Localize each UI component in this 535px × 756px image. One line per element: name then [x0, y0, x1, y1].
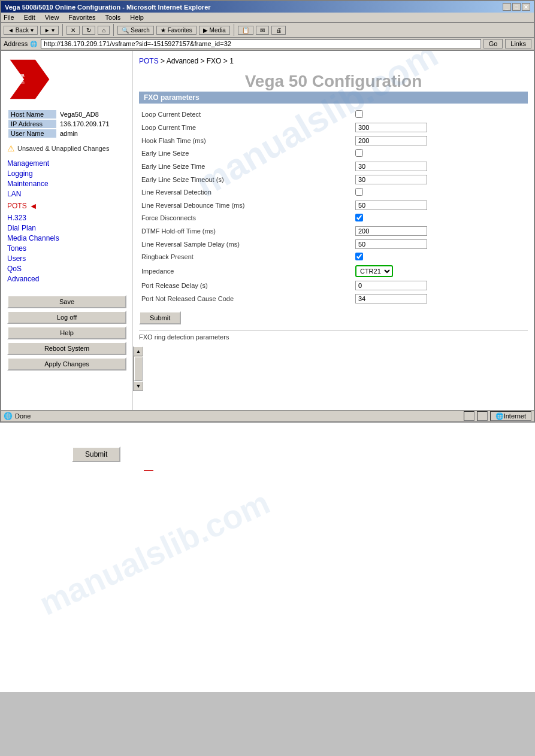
go-button[interactable]: Go [483, 39, 503, 48]
params-table: Loop Current Detect Loop Current Time Ho… [139, 108, 528, 305]
address-icon: 🌐 [30, 41, 37, 47]
nav-advanced[interactable]: Advanced [7, 275, 126, 283]
close-button[interactable]: ✕ [522, 3, 530, 11]
warning-text: Unsaved & Unapplied Changes [17, 145, 110, 152]
param-label-early-line-seize: Early Line Seize [139, 147, 353, 160]
param-label-impedance: Impedance [139, 263, 353, 279]
nav-logging[interactable]: Logging [7, 169, 126, 178]
reboot-button[interactable]: Reboot System [7, 342, 126, 355]
info-table: Host Name Vega50_AD8 IP Address 136.170.… [7, 109, 113, 139]
nav-pots-arrow: ◄ [29, 201, 38, 211]
menu-bar: File Edit View Favorites Tools Help [1, 13, 534, 23]
internet-icon: 🌐 [495, 412, 504, 420]
param-input-loop-current-detect[interactable] [355, 110, 363, 118]
maximize-button[interactable]: □ [512, 3, 521, 11]
nav-tones[interactable]: Tones [7, 244, 126, 253]
save-button[interactable]: Save [7, 295, 126, 308]
param-input-port-release-delay[interactable] [355, 281, 427, 290]
help-button[interactable]: Help [7, 326, 126, 339]
param-input-force-disconnects[interactable] [355, 214, 363, 221]
nav-mediachannels[interactable]: Media Channels [7, 234, 126, 242]
favorites-button[interactable]: ★ Favorites [156, 26, 197, 35]
status-text: Done [15, 412, 461, 420]
param-input-line-reversal-debounce[interactable] [355, 201, 427, 210]
breadcrumb-sep2: > [200, 57, 206, 65]
ip-address-label: IP Address [8, 120, 56, 128]
param-input-line-reversal-sample[interactable] [355, 239, 427, 249]
next-section-hint: FXO ring detection parameters [139, 330, 528, 341]
nav-management[interactable]: Management [7, 159, 126, 168]
menu-edit[interactable]: Edit [24, 14, 35, 21]
section-header: FXO parameters [139, 92, 528, 104]
nav-dialplan[interactable]: Dial Plan [7, 224, 126, 232]
svg-marker-0 [10, 60, 50, 99]
param-label-port-release-delay: Port Release Delay (s) [139, 279, 353, 292]
user-name-value: admin [58, 129, 112, 138]
scroll-thumb[interactable] [134, 357, 143, 381]
param-input-early-line-seize-time[interactable] [355, 162, 427, 171]
media-button[interactable]: ▶ Media [199, 26, 230, 35]
nav-pots[interactable]: POTS [7, 202, 27, 210]
bottom-submit-button[interactable]: Submit [72, 447, 120, 462]
main-content: manualslib.com POTS > Advanced > FXO > 1… [133, 51, 534, 347]
param-label-early-line-seize-timeout: Early Line Seize Timeout (s) [139, 173, 353, 186]
stop-button[interactable]: ✕ [67, 26, 80, 35]
param-input-hook-flash-time[interactable] [355, 136, 427, 145]
nav-links: Management Logging Maintenance LAN POTS … [7, 159, 126, 283]
ip-address-value: 136.170.209.171 [58, 120, 112, 128]
scroll-down-button[interactable]: ▼ [134, 381, 143, 391]
logoff-button[interactable]: Log off [7, 311, 126, 324]
menu-view[interactable]: View [45, 14, 59, 21]
page-content: Vega Stream Host Name Vega50_AD8 IP Addr… [1, 51, 534, 410]
status-icon: 🌐 [4, 412, 13, 420]
print-button[interactable]: 🖨 [271, 26, 286, 35]
breadcrumb-fxo: FXO [207, 57, 222, 65]
sidebar-buttons: Save Log off Help Reboot System Apply Ch… [7, 295, 126, 371]
history-button[interactable]: 📋 [238, 26, 253, 35]
param-row-early-line-seize: Early Line Seize [139, 147, 528, 160]
param-input-early-line-seize[interactable] [355, 149, 363, 157]
apply-button[interactable]: Apply Changes [7, 357, 126, 371]
param-input-impedance[interactable]: CTR21 600R BT TBR21 [355, 265, 393, 277]
param-row-loop-current-detect: Loop Current Detect [139, 108, 528, 121]
nav-users[interactable]: Users [7, 254, 126, 263]
param-input-loop-current-time[interactable] [355, 123, 427, 132]
status-panel-empty2 [477, 411, 488, 421]
minimize-button[interactable]: _ [503, 3, 511, 11]
param-input-dtmf-holdoff[interactable] [355, 226, 427, 236]
param-input-line-reversal-detect[interactable] [355, 188, 363, 196]
param-row-impedance: Impedance CTR21 600R BT TBR21 [139, 263, 528, 279]
title-bar: Vega 5008/5010 Online Configuration - Mi… [1, 1, 534, 13]
refresh-button[interactable]: ↻ [82, 26, 95, 35]
toolbar: ◄ Back ▾ ► ▾ ✕ ↻ ⌂ 🔍 Search ★ Favorites … [1, 23, 534, 38]
param-input-early-line-seize-timeout[interactable] [355, 175, 427, 184]
links-button[interactable]: Links [505, 39, 531, 48]
home-button[interactable]: ⌂ [98, 26, 110, 35]
bottom-dash: — [144, 465, 523, 476]
nav-qos[interactable]: QoS [7, 265, 126, 273]
param-row-ringback-present: Ringback Present [139, 251, 528, 263]
address-input[interactable] [41, 39, 480, 48]
menu-file[interactable]: File [4, 14, 14, 21]
nav-h323[interactable]: H.323 [7, 214, 126, 222]
param-input-ringback-present[interactable] [355, 253, 363, 260]
submit-button[interactable]: Submit [139, 311, 181, 324]
param-row-force-disconnects: Force Disconnects [139, 212, 528, 224]
search-button[interactable]: 🔍 Search [117, 26, 153, 35]
menu-tools[interactable]: Tools [105, 14, 121, 21]
address-label: Address [4, 40, 28, 47]
back-button[interactable]: ◄ Back ▾ [4, 26, 38, 35]
mail-button[interactable]: ✉ [256, 26, 269, 35]
menu-help[interactable]: Help [130, 14, 144, 21]
param-row-hook-flash-time: Hook Flash Time (ms) [139, 134, 528, 147]
forward-button[interactable]: ► ▾ [40, 26, 59, 35]
param-input-port-not-released[interactable] [355, 294, 427, 303]
menu-favorites[interactable]: Favorites [68, 14, 95, 21]
window-controls: _ □ ✕ [503, 3, 530, 11]
param-label-line-reversal-detect: Line Reversal Detection [139, 186, 353, 199]
breadcrumb-pots[interactable]: POTS [139, 57, 159, 65]
nav-lan[interactable]: LAN [7, 190, 126, 198]
scroll-up-button[interactable]: ▲ [134, 347, 143, 356]
host-name-value: Vega50_AD8 [58, 110, 112, 119]
nav-maintenance[interactable]: Maintenance [7, 180, 126, 188]
